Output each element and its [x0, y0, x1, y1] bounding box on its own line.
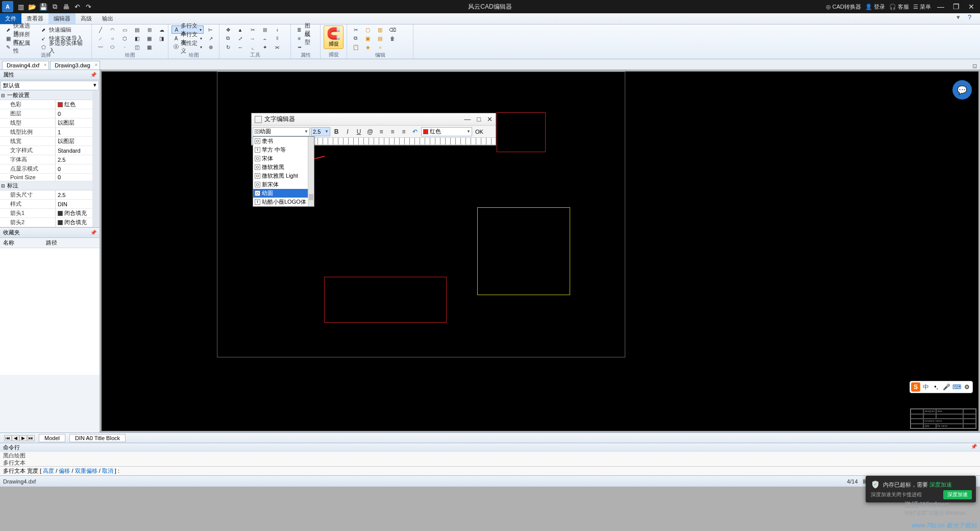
- font-option[interactable]: T站酷小薇LOGO体: [253, 198, 314, 206]
- props-category[interactable]: ⊟一般设置: [0, 91, 92, 100]
- prop-tstyle[interactable]: Standard: [55, 146, 92, 155]
- ime-settings-icon[interactable]: ⚙: [962, 382, 971, 392]
- match-prop-button[interactable]: ✎匹配属性: [3, 43, 37, 51]
- menu-output[interactable]: 输出: [97, 13, 118, 24]
- pin-icon[interactable]: 📌: [90, 72, 96, 78]
- ime-keyboard-icon[interactable]: ⌨: [952, 382, 961, 392]
- model-tab[interactable]: Model: [39, 434, 65, 442]
- font-option[interactable]: T苹方 中等: [253, 146, 314, 154]
- align-left-button[interactable]: ≡: [376, 127, 386, 136]
- undo-button[interactable]: ↶: [410, 127, 420, 136]
- ok-button[interactable]: OK: [473, 128, 485, 135]
- prop-layer[interactable]: 0: [55, 109, 92, 118]
- undo-icon[interactable]: ↶: [71, 1, 83, 12]
- new-icon[interactable]: ▥: [15, 1, 27, 12]
- doc-expand-icon[interactable]: ⊡: [969, 63, 980, 69]
- prop-ltype[interactable]: 以图层: [55, 118, 92, 127]
- layout-tab[interactable]: DIN A0 Title Block: [69, 434, 126, 442]
- polyline-button[interactable]: ⟋: [95, 34, 106, 42]
- cmd-option[interactable]: 高度: [43, 468, 54, 474]
- menu-advanced[interactable]: 高级: [76, 13, 97, 24]
- hatch-button[interactable]: ▤: [132, 26, 142, 34]
- quick-edit-button[interactable]: ⬈快速编辑: [38, 26, 88, 34]
- prop-theight[interactable]: 2.5: [55, 155, 92, 164]
- prop-lscale[interactable]: 1: [55, 128, 92, 136]
- doc-tab[interactable]: Drawing4.dxf×: [2, 61, 49, 69]
- tab-close-icon[interactable]: ×: [44, 62, 46, 67]
- italic-button[interactable]: I: [342, 127, 353, 136]
- align-center-button[interactable]: ≡: [387, 127, 398, 136]
- font-option-selected[interactable]: O幼圆: [253, 189, 314, 198]
- prop-pmode[interactable]: 0: [55, 164, 92, 173]
- props-category[interactable]: ⊟标注: [0, 181, 92, 190]
- tab-close-icon[interactable]: ×: [95, 62, 97, 67]
- drawing-canvas[interactable]: designed bydate company name datefile na…: [102, 71, 978, 431]
- tab-last-icon[interactable]: ⏭: [27, 435, 35, 441]
- font-combo[interactable]: O幼圆▼: [253, 127, 310, 136]
- prop-arrow1[interactable]: 闭合填充: [55, 209, 92, 218]
- tab-next-icon[interactable]: ▶: [19, 435, 27, 441]
- spline-button[interactable]: 〰: [95, 43, 106, 51]
- grid-button[interactable]: ▦: [144, 43, 155, 51]
- ellipse-button[interactable]: ⬭: [107, 43, 118, 51]
- ime-lang-icon[interactable]: 中: [921, 382, 930, 392]
- prop-arrow2[interactable]: 闭合填充: [55, 218, 92, 227]
- login-button[interactable]: 👤登录: [865, 3, 885, 11]
- cloud-button[interactable]: ☁: [156, 26, 167, 34]
- dialog-max-icon[interactable]: □: [477, 115, 481, 123]
- snap-button[interactable]: 🧲捕捉: [324, 26, 344, 49]
- prop-dimstyle[interactable]: DIN: [55, 200, 92, 208]
- maximize-icon[interactable]: ❐: [950, 3, 962, 11]
- doc-tab[interactable]: Drawing3.dwg×: [50, 61, 100, 69]
- pin-icon[interactable]: 📌: [90, 230, 96, 235]
- help-icon[interactable]: ?: [968, 13, 977, 24]
- tab-prev-icon[interactable]: ◀: [12, 435, 19, 441]
- print-icon[interactable]: 🖶: [60, 1, 71, 12]
- props-scrollbar[interactable]: [92, 91, 100, 227]
- save-icon[interactable]: 💾: [38, 1, 49, 12]
- prop-psize[interactable]: 0: [55, 174, 92, 181]
- menu-editor[interactable]: 编辑器: [48, 13, 76, 24]
- menu-button[interactable]: ☰菜单: [913, 3, 931, 11]
- ribbon-min-icon[interactable]: ▾: [957, 13, 966, 24]
- prop-lweight[interactable]: 以图层: [55, 137, 92, 146]
- close-icon[interactable]: ✕: [966, 3, 977, 11]
- col-name[interactable]: 名称: [0, 238, 17, 248]
- redo-icon[interactable]: ↷: [83, 1, 94, 12]
- bold-button[interactable]: B: [331, 127, 341, 136]
- boost-button[interactable]: 深度加速: [943, 490, 972, 499]
- block-button[interactable]: ◫: [132, 43, 142, 51]
- props-filter-combo[interactable]: 默认值▾: [1, 81, 99, 90]
- ime-punct-icon[interactable]: •,: [932, 382, 941, 392]
- col-path[interactable]: 路径: [43, 238, 60, 248]
- align-right-button[interactable]: ≡: [399, 127, 409, 136]
- point-button[interactable]: ·: [119, 43, 130, 51]
- ime-toolbar[interactable]: S 中 •, 🎤 ⌨ ⚙: [910, 381, 973, 393]
- size-combo[interactable]: 2.5▼: [311, 127, 330, 136]
- poly-input-button[interactable]: ⬠多边形实体输入: [38, 43, 88, 51]
- ime-mic-icon[interactable]: 🎤: [942, 382, 951, 392]
- symbol-button[interactable]: @: [365, 127, 375, 136]
- cmd-option[interactable]: 偏移: [59, 468, 70, 474]
- dropdown-scrollbar[interactable]: [308, 137, 314, 206]
- chat-float-button[interactable]: 💬: [952, 80, 972, 100]
- color-combo[interactable]: 红色▼: [421, 127, 472, 136]
- table-button[interactable]: ▦: [144, 34, 155, 42]
- arc-button[interactable]: ◠: [107, 26, 118, 34]
- poly-button[interactable]: ⬡: [119, 34, 130, 42]
- cmd-prompt[interactable]: 多行文本 宽度 [ 高度 / 偏移 / 双重偏移 / 取消 ] :: [0, 466, 980, 475]
- minimize-icon[interactable]: —: [935, 3, 946, 11]
- prop-asize[interactable]: 2.5: [55, 190, 92, 199]
- prop-color[interactable]: 红色: [55, 100, 92, 109]
- font-option[interactable]: O隶书: [253, 137, 314, 146]
- attrdef-button[interactable]: Ⓐ属性定义▾: [172, 43, 204, 51]
- font-option[interactable]: O微软雅黑: [253, 163, 314, 172]
- dialog-min-icon[interactable]: —: [464, 115, 471, 123]
- line-button[interactable]: ╱: [95, 26, 106, 34]
- dialog-close-icon[interactable]: ✕: [487, 115, 493, 123]
- cad-converter-button[interactable]: ◎CAD转换器: [826, 3, 861, 11]
- ltype-button[interactable]: ≡线型: [294, 34, 317, 42]
- open-icon[interactable]: 📂: [27, 1, 38, 12]
- pin-icon[interactable]: 📌: [971, 444, 977, 451]
- underline-button[interactable]: U: [354, 127, 364, 136]
